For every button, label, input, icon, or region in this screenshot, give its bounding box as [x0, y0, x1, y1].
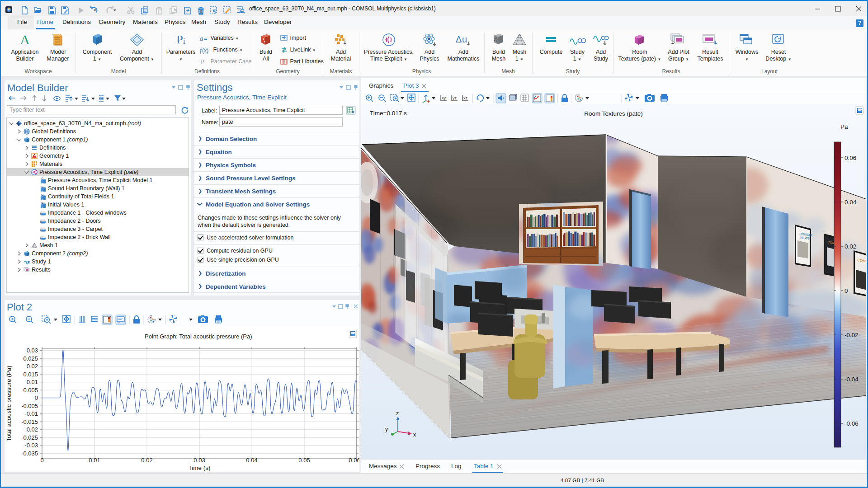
svg-text:xy: xy: [442, 96, 446, 100]
svg-text:0.03: 0.03: [193, 457, 205, 464]
svg-text:=: =: [204, 35, 208, 42]
svg-text:D: D: [42, 193, 44, 196]
svg-text:(x): (x): [202, 47, 208, 54]
svg-text:a: a: [200, 35, 203, 42]
svg-text:0.01: 0.01: [27, 379, 38, 385]
svg-text:0.06: 0.06: [349, 457, 359, 464]
svg-text:0.015: 0.015: [23, 371, 38, 378]
svg-text:Time=0.017 s: Time=0.017 s: [370, 110, 407, 117]
svg-text:D: D: [42, 177, 44, 180]
svg-text:0.005: 0.005: [23, 387, 38, 394]
svg-text:-0.01: -0.01: [24, 410, 38, 417]
svg-text:0: 0: [35, 394, 38, 401]
svg-text:Room Textures (pate): Room Textures (pate): [584, 110, 643, 117]
svg-text:0.06: 0.06: [844, 155, 856, 161]
svg-text:D: D: [42, 185, 44, 188]
svg-text:Total acoustic pressure (Pa): Total acoustic pressure (Pa): [5, 366, 12, 441]
svg-text:Pi: Pi: [176, 33, 185, 46]
svg-text:Pi: Pi: [201, 59, 206, 66]
svg-text:A: A: [20, 33, 30, 47]
svg-text:x: x: [413, 432, 416, 438]
svg-text:-0.015: -0.015: [21, 418, 38, 425]
svg-text:0.04: 0.04: [246, 457, 257, 464]
svg-text:0: 0: [40, 457, 43, 464]
svg-text:0.025: 0.025: [23, 355, 38, 362]
svg-text:0.02: 0.02: [844, 243, 856, 250]
svg-text:-0.03: -0.03: [24, 442, 38, 449]
svg-text:-0.04: -0.04: [844, 376, 859, 383]
svg-text:-0.025: -0.025: [21, 434, 38, 441]
svg-text:0.03: 0.03: [27, 347, 38, 354]
svg-text:0.04: 0.04: [844, 199, 857, 206]
svg-text:y: y: [385, 426, 388, 432]
svg-text:u: u: [462, 34, 467, 44]
svg-text:yz: yz: [453, 96, 457, 100]
svg-text:z: z: [396, 410, 399, 417]
svg-text:-0.02: -0.02: [844, 332, 859, 338]
svg-text:-0.06: -0.06: [844, 420, 859, 427]
svg-text:-0.005: -0.005: [21, 403, 38, 409]
svg-text:0.02: 0.02: [141, 457, 152, 464]
svg-text:Time (s): Time (s): [189, 465, 211, 471]
svg-text:0.02: 0.02: [27, 363, 38, 370]
svg-text:Pa: Pa: [840, 123, 848, 130]
svg-text:-0.02: -0.02: [24, 426, 38, 433]
svg-text:0: 0: [844, 287, 848, 294]
svg-text:xz: xz: [463, 96, 468, 100]
svg-text:D: D: [42, 202, 44, 204]
svg-text:0.01: 0.01: [89, 457, 100, 464]
svg-text:0.05: 0.05: [298, 457, 310, 464]
svg-text:Δ: Δ: [456, 34, 462, 44]
svg-text:-0.035: -0.035: [21, 450, 38, 457]
